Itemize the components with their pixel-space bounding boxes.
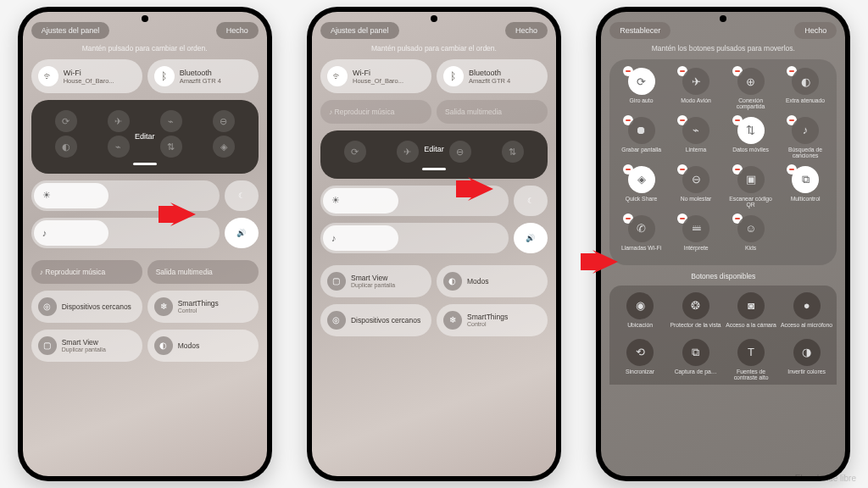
toggle-escanear-código-qr[interactable]: ▣Escanear código QR bbox=[724, 166, 777, 208]
note-icon: ♪ bbox=[42, 228, 47, 238]
smartthings-tile[interactable]: ❄ SmartThingsControl bbox=[437, 304, 548, 336]
phone-3: Restablecer Hecho Mantén los botones pul… bbox=[596, 7, 850, 481]
smartview-sub: Duplicar pantalla bbox=[351, 282, 395, 288]
brightness-slider[interactable]: ☀ bbox=[31, 180, 220, 211]
dnd-icon[interactable]: ⊖ bbox=[449, 141, 471, 163]
modes-tile[interactable]: ◐ Modos bbox=[437, 265, 548, 297]
wifi-subtitle: House_Of_Baro... bbox=[64, 77, 114, 85]
toggle-icon: ⌁ bbox=[682, 117, 709, 144]
play-music-button[interactable]: ♪ Reproducir música bbox=[31, 260, 142, 284]
available-ubicación[interactable]: ◉Ubicación bbox=[613, 292, 667, 334]
toggle-label: Linterna bbox=[670, 147, 723, 158]
flashlight-icon[interactable]: ⌁ bbox=[160, 110, 182, 132]
toggle-icon: ▣ bbox=[737, 166, 765, 193]
toggle-búsqueda-de-canciones[interactable]: ♪Búsqueda de canciones bbox=[779, 117, 832, 159]
sound-toggle[interactable]: 🔊 bbox=[225, 218, 259, 248]
sun-icon: ☀ bbox=[331, 195, 340, 206]
toggle-icon: ⊕ bbox=[737, 68, 765, 95]
drag-handle[interactable] bbox=[133, 163, 157, 165]
toggle-icon: ❂ bbox=[682, 292, 709, 319]
toggle-label: Protector de la vista bbox=[669, 322, 723, 334]
dark-mode-toggle[interactable]: ☾ bbox=[225, 180, 259, 211]
bluetooth-tile[interactable]: ᛒ Bluetooth Amazfit GTR 4 bbox=[437, 59, 548, 93]
wifi-tile[interactable]: ᯤ Wi-Fi House_Of_Baro... bbox=[320, 59, 431, 93]
done-button[interactable]: Hecho bbox=[505, 22, 548, 39]
toggle-icon[interactable]: ⇅ bbox=[160, 136, 182, 158]
wifi-label: Wi-Fi bbox=[353, 69, 403, 77]
toggle-label: Multicontrol bbox=[779, 196, 832, 208]
rotate-icon[interactable]: ⟳ bbox=[344, 141, 366, 163]
toggle-llamadas-wi-fi[interactable]: ✆Llamadas Wi-Fi bbox=[615, 215, 668, 257]
available-invertir-colores[interactable]: ◑Invertir colores bbox=[780, 339, 834, 381]
screen: Ajustes del panel Hecho Mantén pulsado p… bbox=[23, 12, 267, 476]
toggle-giro-auto[interactable]: ⟳Giro auto bbox=[615, 68, 668, 110]
quick-toggles-panel[interactable]: ⟳ ✈ ⊖ ⇅ Editar bbox=[320, 130, 548, 179]
toggle-linterna[interactable]: ⌁Linterna bbox=[670, 117, 723, 159]
nearby-devices-tile[interactable]: ◎ Dispositivos cercanos bbox=[320, 304, 431, 336]
front-camera bbox=[142, 15, 148, 22]
available-sincronizar[interactable]: ⟲Sincronizar bbox=[613, 339, 667, 381]
toggle-grabar-pantalla[interactable]: ⏺Grabar pantalla bbox=[615, 117, 668, 159]
toggle-datos-móviles[interactable]: ⇅Datos móviles bbox=[724, 117, 777, 159]
move-hint: Mantén los botones pulsados para moverlo… bbox=[609, 44, 837, 53]
smartview-tile[interactable]: ▢ Smart ViewDuplicar pantalla bbox=[31, 330, 142, 362]
toggle-extra-atenuado[interactable]: ◐Extra atenuado bbox=[779, 68, 832, 110]
quick-toggles-panel[interactable]: ⟳ ✈ ⌁ ⊖ ◐ ⌁ ⇅ ◈ Editar bbox=[31, 100, 259, 174]
toggle-modo-avión[interactable]: ✈Modo Avión bbox=[670, 68, 723, 110]
reset-button[interactable]: Restablecer bbox=[609, 22, 670, 39]
smartview-tile[interactable]: ▢ Smart ViewDuplicar pantalla bbox=[320, 265, 431, 297]
volume-slider[interactable]: ♪ bbox=[320, 223, 509, 253]
available-captura-de-pa…[interactable]: ⧉Captura de pa… bbox=[669, 339, 723, 381]
smartview-icon: ▢ bbox=[327, 272, 346, 291]
reorder-hint: Mantén pulsado para cambiar el orden. bbox=[31, 44, 259, 53]
watermark: El androide libre bbox=[795, 474, 856, 483]
wifi-tile[interactable]: ᯤ Wi-Fi House_Of_Baro... bbox=[31, 59, 142, 93]
toggle-multicontrol[interactable]: ⧉Multicontrol bbox=[779, 166, 832, 208]
wifi-icon: ᯤ bbox=[38, 66, 58, 86]
airplane-icon[interactable]: ✈ bbox=[108, 110, 130, 132]
rotate-icon[interactable]: ⟳ bbox=[55, 110, 77, 132]
toggle-icon[interactable]: ◐ bbox=[55, 136, 77, 158]
bluetooth-tile[interactable]: ᛒ Bluetooth Amazfit GTR 4 bbox=[147, 59, 259, 93]
toggle-kids[interactable]: ☺Kids bbox=[724, 215, 777, 257]
available-acceso-a-la-cámara[interactable]: ◙Acceso a la cámara bbox=[724, 292, 778, 334]
modes-tile[interactable]: ◐ Modos bbox=[147, 330, 259, 362]
toggle-icon[interactable]: ◈ bbox=[213, 136, 235, 158]
nearby-devices-tile[interactable]: ◎ Dispositivos cercanos bbox=[31, 291, 142, 323]
toggle-icon[interactable]: ⌁ bbox=[108, 136, 130, 158]
toggle-label: Ubicación bbox=[613, 322, 667, 334]
toggle-quick-share[interactable]: ◈Quick Share bbox=[615, 166, 668, 208]
sun-icon: ☀ bbox=[42, 190, 51, 201]
toggle-icon: ◙ bbox=[737, 292, 765, 319]
done-button[interactable]: Hecho bbox=[216, 22, 259, 39]
data-icon[interactable]: ⇅ bbox=[502, 141, 524, 163]
toggle-label: Captura de pa… bbox=[669, 369, 723, 380]
screen: Restablecer Hecho Mantén los botones pul… bbox=[601, 12, 845, 476]
available-fuentes-de-contraste-alto[interactable]: TFuentes de contraste alto bbox=[724, 339, 778, 381]
toggle-icon: ◈ bbox=[628, 166, 655, 193]
drag-handle[interactable] bbox=[422, 168, 446, 170]
dnd-icon[interactable]: ⊖ bbox=[213, 110, 235, 132]
toggle-conexión-compartida[interactable]: ⊕Conexión compartida bbox=[724, 68, 777, 110]
available-title: Botones disponibles bbox=[609, 272, 837, 280]
airplane-icon[interactable]: ✈ bbox=[397, 141, 419, 163]
volume-slider[interactable]: ♪ bbox=[31, 218, 220, 248]
reorder-hint: Mantén pulsado para cambiar el orden. bbox=[320, 44, 548, 53]
panel-settings-button[interactable]: Ajustes del panel bbox=[320, 22, 399, 39]
toggle-label: Quick Share bbox=[615, 196, 668, 208]
toggle-intérprete[interactable]: ⩸Intérprete bbox=[670, 215, 723, 257]
play-music-button[interactable]: ♪ Reproducir música bbox=[320, 100, 431, 124]
done-button[interactable]: Hecho bbox=[794, 22, 837, 39]
sound-toggle[interactable]: 🔊 bbox=[514, 223, 548, 253]
panel-settings-button[interactable]: Ajustes del panel bbox=[31, 22, 110, 39]
available-acceso-al-micrófono[interactable]: ●Acceso al micrófono bbox=[780, 292, 834, 334]
toggle-no-molestar[interactable]: ⊖No molestar bbox=[670, 166, 723, 208]
available-protector-de-la-vista[interactable]: ❂Protector de la vista bbox=[669, 292, 723, 334]
smartthings-tile[interactable]: ❄ SmartThingsControl bbox=[147, 291, 259, 323]
media-output-button[interactable]: Salida multimedia bbox=[437, 100, 548, 124]
media-output-button[interactable]: Salida multimedia bbox=[147, 260, 259, 284]
brightness-slider[interactable]: ☀ bbox=[320, 186, 509, 216]
toggle-label: Llamadas Wi-Fi bbox=[615, 245, 668, 257]
dark-mode-toggle[interactable]: ☾ bbox=[514, 186, 548, 216]
moon-icon: ☾ bbox=[527, 197, 534, 205]
